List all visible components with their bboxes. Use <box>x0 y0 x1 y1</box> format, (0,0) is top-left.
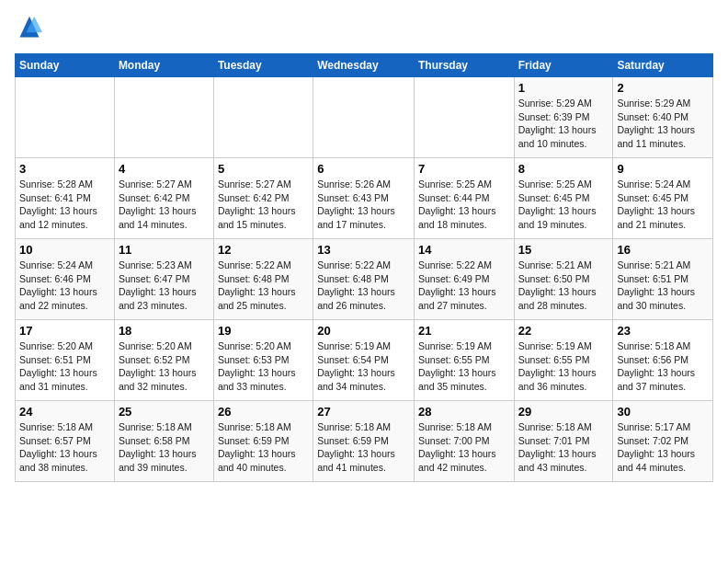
calendar-cell: 7Sunrise: 5:25 AM Sunset: 6:44 PM Daylig… <box>414 158 514 239</box>
day-info: Sunrise: 5:24 AM Sunset: 6:45 PM Dayligh… <box>617 178 709 232</box>
logo-icon <box>17 15 42 40</box>
calendar-cell <box>414 77 514 158</box>
calendar-cell: 10Sunrise: 5:24 AM Sunset: 6:46 PM Dayli… <box>16 239 115 320</box>
day-number: 5 <box>218 162 309 176</box>
day-info: Sunrise: 5:21 AM Sunset: 6:51 PM Dayligh… <box>617 259 709 313</box>
day-info: Sunrise: 5:18 AM Sunset: 6:58 PM Dayligh… <box>119 420 210 475</box>
day-info: Sunrise: 5:18 AM Sunset: 6:56 PM Dayligh… <box>617 339 709 394</box>
day-info: Sunrise: 5:19 AM Sunset: 6:55 PM Dayligh… <box>418 339 510 394</box>
day-info: Sunrise: 5:20 AM Sunset: 6:53 PM Dayligh… <box>218 339 309 394</box>
day-number: 7 <box>418 162 510 176</box>
day-info: Sunrise: 5:22 AM Sunset: 6:48 PM Dayligh… <box>317 259 410 313</box>
calendar-week-2: 3Sunrise: 5:28 AM Sunset: 6:41 PM Daylig… <box>16 158 713 239</box>
day-info: Sunrise: 5:26 AM Sunset: 6:43 PM Dayligh… <box>317 178 410 232</box>
weekday-header-wednesday: Wednesday <box>313 54 415 77</box>
calendar-cell: 28Sunrise: 5:18 AM Sunset: 7:00 PM Dayli… <box>414 401 514 482</box>
day-number: 24 <box>19 405 110 419</box>
calendar-cell: 17Sunrise: 5:20 AM Sunset: 6:51 PM Dayli… <box>16 320 115 401</box>
day-info: Sunrise: 5:19 AM Sunset: 6:55 PM Dayligh… <box>518 339 609 394</box>
day-number: 12 <box>218 243 309 257</box>
day-number: 28 <box>418 405 510 419</box>
day-info: Sunrise: 5:22 AM Sunset: 6:49 PM Dayligh… <box>418 259 510 313</box>
day-info: Sunrise: 5:20 AM Sunset: 6:51 PM Dayligh… <box>19 339 110 394</box>
calendar-cell: 14Sunrise: 5:22 AM Sunset: 6:49 PM Dayli… <box>414 239 514 320</box>
day-info: Sunrise: 5:18 AM Sunset: 6:59 PM Dayligh… <box>218 420 309 475</box>
day-info: Sunrise: 5:24 AM Sunset: 6:46 PM Dayligh… <box>19 259 110 313</box>
day-info: Sunrise: 5:27 AM Sunset: 6:42 PM Dayligh… <box>218 178 309 232</box>
day-info: Sunrise: 5:19 AM Sunset: 6:54 PM Dayligh… <box>317 339 410 394</box>
calendar-cell: 21Sunrise: 5:19 AM Sunset: 6:55 PM Dayli… <box>414 320 514 401</box>
calendar-cell: 26Sunrise: 5:18 AM Sunset: 6:59 PM Dayli… <box>213 401 313 482</box>
calendar-week-1: 1Sunrise: 5:29 AM Sunset: 6:39 PM Daylig… <box>16 77 713 158</box>
day-number: 29 <box>518 405 609 419</box>
calendar-cell: 25Sunrise: 5:18 AM Sunset: 6:58 PM Dayli… <box>114 401 213 482</box>
calendar-cell: 20Sunrise: 5:19 AM Sunset: 6:54 PM Dayli… <box>313 320 415 401</box>
calendar-cell: 11Sunrise: 5:23 AM Sunset: 6:47 PM Dayli… <box>114 239 213 320</box>
day-number: 14 <box>418 243 510 257</box>
day-number: 1 <box>518 81 609 95</box>
calendar-cell: 16Sunrise: 5:21 AM Sunset: 6:51 PM Dayli… <box>613 239 713 320</box>
calendar-cell <box>213 77 313 158</box>
day-number: 20 <box>317 324 410 338</box>
calendar-cell: 23Sunrise: 5:18 AM Sunset: 6:56 PM Dayli… <box>613 320 713 401</box>
weekday-header-monday: Monday <box>114 54 213 77</box>
calendar-cell: 8Sunrise: 5:25 AM Sunset: 6:45 PM Daylig… <box>514 158 613 239</box>
day-info: Sunrise: 5:18 AM Sunset: 6:57 PM Dayligh… <box>19 420 110 475</box>
calendar-cell: 19Sunrise: 5:20 AM Sunset: 6:53 PM Dayli… <box>213 320 313 401</box>
calendar-week-4: 17Sunrise: 5:20 AM Sunset: 6:51 PM Dayli… <box>16 320 713 401</box>
day-number: 19 <box>218 324 309 338</box>
day-number: 13 <box>317 243 410 257</box>
calendar-cell <box>114 77 213 158</box>
day-number: 22 <box>518 324 609 338</box>
day-info: Sunrise: 5:22 AM Sunset: 6:48 PM Dayligh… <box>218 259 309 313</box>
logo <box>15 15 42 44</box>
day-number: 25 <box>119 405 210 419</box>
calendar-cell <box>313 77 415 158</box>
weekday-header-row: SundayMondayTuesdayWednesdayThursdayFrid… <box>16 54 713 77</box>
weekday-header-sunday: Sunday <box>16 54 115 77</box>
weekday-header-tuesday: Tuesday <box>213 54 313 77</box>
calendar-cell: 30Sunrise: 5:17 AM Sunset: 7:02 PM Dayli… <box>613 401 713 482</box>
day-number: 21 <box>418 324 510 338</box>
calendar-cell: 9Sunrise: 5:24 AM Sunset: 6:45 PM Daylig… <box>613 158 713 239</box>
day-number: 4 <box>119 162 210 176</box>
calendar-cell: 27Sunrise: 5:18 AM Sunset: 6:59 PM Dayli… <box>313 401 415 482</box>
weekday-header-thursday: Thursday <box>414 54 514 77</box>
day-info: Sunrise: 5:20 AM Sunset: 6:52 PM Dayligh… <box>119 339 210 394</box>
day-number: 3 <box>19 162 110 176</box>
day-number: 27 <box>317 405 410 419</box>
weekday-header-saturday: Saturday <box>613 54 713 77</box>
day-info: Sunrise: 5:18 AM Sunset: 6:59 PM Dayligh… <box>317 420 410 475</box>
day-info: Sunrise: 5:29 AM Sunset: 6:39 PM Dayligh… <box>518 97 609 151</box>
day-info: Sunrise: 5:25 AM Sunset: 6:45 PM Dayligh… <box>518 178 609 232</box>
calendar-cell: 18Sunrise: 5:20 AM Sunset: 6:52 PM Dayli… <box>114 320 213 401</box>
day-number: 2 <box>617 81 709 95</box>
day-number: 11 <box>119 243 210 257</box>
weekday-header-friday: Friday <box>514 54 613 77</box>
day-number: 30 <box>617 405 709 419</box>
calendar-cell: 29Sunrise: 5:18 AM Sunset: 7:01 PM Dayli… <box>514 401 613 482</box>
calendar-cell: 4Sunrise: 5:27 AM Sunset: 6:42 PM Daylig… <box>114 158 213 239</box>
calendar-cell: 24Sunrise: 5:18 AM Sunset: 6:57 PM Dayli… <box>16 401 115 482</box>
calendar-cell: 2Sunrise: 5:29 AM Sunset: 6:40 PM Daylig… <box>613 77 713 158</box>
day-info: Sunrise: 5:29 AM Sunset: 6:40 PM Dayligh… <box>617 97 709 151</box>
day-number: 26 <box>218 405 309 419</box>
calendar-cell <box>16 77 115 158</box>
day-number: 23 <box>617 324 709 338</box>
day-number: 8 <box>518 162 609 176</box>
day-info: Sunrise: 5:23 AM Sunset: 6:47 PM Dayligh… <box>119 259 210 313</box>
day-number: 9 <box>617 162 709 176</box>
calendar-table: SundayMondayTuesdayWednesdayThursdayFrid… <box>15 53 713 482</box>
day-number: 18 <box>119 324 210 338</box>
calendar-cell: 1Sunrise: 5:29 AM Sunset: 6:39 PM Daylig… <box>514 77 613 158</box>
day-number: 16 <box>617 243 709 257</box>
calendar-cell: 3Sunrise: 5:28 AM Sunset: 6:41 PM Daylig… <box>16 158 115 239</box>
day-number: 6 <box>317 162 410 176</box>
calendar-cell: 5Sunrise: 5:27 AM Sunset: 6:42 PM Daylig… <box>213 158 313 239</box>
calendar-cell: 13Sunrise: 5:22 AM Sunset: 6:48 PM Dayli… <box>313 239 415 320</box>
day-number: 17 <box>19 324 110 338</box>
day-info: Sunrise: 5:25 AM Sunset: 6:44 PM Dayligh… <box>418 178 510 232</box>
day-info: Sunrise: 5:21 AM Sunset: 6:50 PM Dayligh… <box>518 259 609 313</box>
day-info: Sunrise: 5:27 AM Sunset: 6:42 PM Dayligh… <box>119 178 210 232</box>
calendar-cell: 22Sunrise: 5:19 AM Sunset: 6:55 PM Dayli… <box>514 320 613 401</box>
